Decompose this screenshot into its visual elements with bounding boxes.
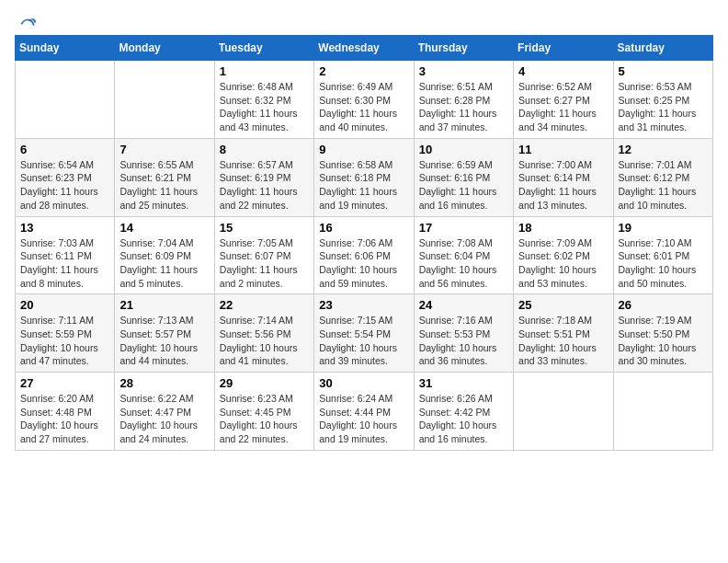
day-number: 1 — [220, 64, 309, 78]
calendar-cell: 23Sunrise: 7:15 AM Sunset: 5:54 PM Dayli… — [314, 294, 414, 373]
calendar-week-row: 6Sunrise: 6:54 AM Sunset: 6:23 PM Daylig… — [16, 138, 713, 216]
day-info: Sunrise: 7:14 AM Sunset: 5:56 PM Dayligh… — [220, 314, 309, 368]
day-info: Sunrise: 7:19 AM Sunset: 5:50 PM Dayligh… — [619, 314, 708, 368]
day-info: Sunrise: 7:08 AM Sunset: 6:04 PM Dayligh… — [419, 236, 508, 291]
day-number: 2 — [319, 64, 408, 78]
calendar-week-row: 20Sunrise: 7:11 AM Sunset: 5:59 PM Dayli… — [16, 294, 713, 373]
day-number: 24 — [419, 298, 508, 312]
calendar-cell: 26Sunrise: 7:19 AM Sunset: 5:50 PM Dayli… — [613, 294, 712, 373]
calendar-cell: 15Sunrise: 7:05 AM Sunset: 6:07 PM Dayli… — [214, 216, 313, 294]
day-info: Sunrise: 6:54 AM Sunset: 6:23 PM Dayligh… — [20, 158, 109, 213]
calendar-cell: 12Sunrise: 7:01 AM Sunset: 6:12 PM Dayli… — [613, 138, 712, 216]
calendar-cell: 10Sunrise: 6:59 AM Sunset: 6:16 PM Dayli… — [414, 138, 513, 216]
calendar-week-row: 1Sunrise: 6:48 AM Sunset: 6:32 PM Daylig… — [16, 61, 713, 139]
calendar-cell: 21Sunrise: 7:13 AM Sunset: 5:57 PM Dayli… — [115, 294, 214, 373]
day-info: Sunrise: 7:09 AM Sunset: 6:02 PM Dayligh… — [518, 236, 608, 291]
calendar-cell: 5Sunrise: 6:53 AM Sunset: 6:25 PM Daylig… — [613, 61, 712, 139]
calendar-cell: 30Sunrise: 6:24 AM Sunset: 4:44 PM Dayli… — [314, 373, 414, 451]
day-number: 26 — [619, 298, 708, 312]
day-number: 3 — [419, 64, 508, 78]
calendar-cell: 18Sunrise: 7:09 AM Sunset: 6:02 PM Dayli… — [514, 216, 613, 294]
day-info: Sunrise: 7:01 AM Sunset: 6:12 PM Dayligh… — [619, 158, 708, 213]
day-number: 17 — [419, 221, 508, 235]
day-info: Sunrise: 6:23 AM Sunset: 4:45 PM Dayligh… — [220, 392, 309, 446]
day-number: 28 — [119, 376, 209, 390]
calendar-cell — [16, 61, 115, 139]
day-info: Sunrise: 7:06 AM Sunset: 6:06 PM Dayligh… — [319, 236, 408, 291]
day-of-week-header: Thursday — [414, 36, 513, 61]
day-number: 21 — [119, 298, 209, 312]
day-number: 27 — [20, 376, 109, 390]
day-of-week-header: Tuesday — [214, 36, 313, 61]
day-number: 5 — [619, 64, 708, 78]
calendar-cell: 19Sunrise: 7:10 AM Sunset: 6:01 PM Dayli… — [613, 216, 712, 294]
calendar-cell: 8Sunrise: 6:57 AM Sunset: 6:19 PM Daylig… — [214, 138, 313, 216]
calendar-cell: 27Sunrise: 6:20 AM Sunset: 4:48 PM Dayli… — [16, 373, 115, 451]
day-info: Sunrise: 7:18 AM Sunset: 5:51 PM Dayligh… — [518, 314, 608, 368]
day-info: Sunrise: 6:22 AM Sunset: 4:47 PM Dayligh… — [119, 392, 209, 446]
day-of-week-header: Wednesday — [314, 36, 414, 61]
day-of-week-header: Sunday — [16, 36, 115, 61]
calendar-cell: 22Sunrise: 7:14 AM Sunset: 5:56 PM Dayli… — [214, 294, 313, 373]
day-number: 10 — [419, 143, 508, 156]
day-number: 14 — [119, 221, 209, 235]
day-number: 8 — [220, 143, 309, 156]
day-info: Sunrise: 6:58 AM Sunset: 6:18 PM Dayligh… — [319, 158, 408, 213]
day-info: Sunrise: 7:04 AM Sunset: 6:09 PM Dayligh… — [119, 236, 209, 291]
day-info: Sunrise: 7:11 AM Sunset: 5:59 PM Dayligh… — [20, 314, 109, 368]
day-of-week-header: Saturday — [613, 36, 712, 61]
day-info: Sunrise: 6:52 AM Sunset: 6:27 PM Dayligh… — [518, 80, 608, 134]
day-of-week-header: Friday — [514, 36, 613, 61]
day-info: Sunrise: 6:55 AM Sunset: 6:21 PM Dayligh… — [119, 158, 209, 213]
calendar-cell: 28Sunrise: 6:22 AM Sunset: 4:47 PM Dayli… — [115, 373, 214, 451]
day-number: 6 — [20, 143, 109, 156]
calendar-cell: 31Sunrise: 6:26 AM Sunset: 4:42 PM Dayli… — [414, 373, 513, 451]
calendar-cell — [613, 373, 712, 451]
day-number: 20 — [20, 298, 109, 312]
day-number: 12 — [619, 143, 708, 156]
day-number: 4 — [518, 64, 608, 78]
day-number: 15 — [220, 221, 309, 235]
day-info: Sunrise: 6:53 AM Sunset: 6:25 PM Dayligh… — [619, 80, 708, 134]
calendar-cell: 25Sunrise: 7:18 AM Sunset: 5:51 PM Dayli… — [514, 294, 613, 373]
day-of-week-header: Monday — [115, 36, 214, 61]
calendar-cell: 29Sunrise: 6:23 AM Sunset: 4:45 PM Dayli… — [214, 373, 313, 451]
day-number: 31 — [419, 376, 508, 390]
day-number: 11 — [518, 143, 608, 156]
calendar-cell — [115, 61, 214, 139]
calendar-cell: 6Sunrise: 6:54 AM Sunset: 6:23 PM Daylig… — [16, 138, 115, 216]
day-info: Sunrise: 7:05 AM Sunset: 6:07 PM Dayligh… — [220, 236, 309, 291]
calendar-cell: 24Sunrise: 7:16 AM Sunset: 5:53 PM Dayli… — [414, 294, 513, 373]
calendar-cell: 4Sunrise: 6:52 AM Sunset: 6:27 PM Daylig… — [514, 61, 613, 139]
day-number: 23 — [319, 298, 408, 312]
day-info: Sunrise: 7:13 AM Sunset: 5:57 PM Dayligh… — [119, 314, 209, 368]
day-number: 9 — [319, 143, 408, 156]
day-number: 22 — [220, 298, 309, 312]
calendar-cell: 2Sunrise: 6:49 AM Sunset: 6:30 PM Daylig… — [314, 61, 414, 139]
day-number: 30 — [319, 376, 408, 390]
day-number: 19 — [619, 221, 708, 235]
page-header — [15, 15, 713, 28]
calendar-header: SundayMondayTuesdayWednesdayThursdayFrid… — [16, 36, 713, 61]
logo-icon — [18, 15, 37, 33]
day-number: 16 — [319, 221, 408, 235]
calendar-cell: 9Sunrise: 6:58 AM Sunset: 6:18 PM Daylig… — [314, 138, 414, 216]
day-number: 13 — [20, 221, 109, 235]
day-number: 7 — [119, 143, 209, 156]
calendar-cell: 11Sunrise: 7:00 AM Sunset: 6:14 PM Dayli… — [514, 138, 613, 216]
day-info: Sunrise: 6:48 AM Sunset: 6:32 PM Dayligh… — [220, 80, 309, 134]
day-info: Sunrise: 6:51 AM Sunset: 6:28 PM Dayligh… — [419, 80, 508, 134]
day-info: Sunrise: 6:59 AM Sunset: 6:16 PM Dayligh… — [419, 158, 508, 213]
day-info: Sunrise: 6:57 AM Sunset: 6:19 PM Dayligh… — [220, 158, 309, 213]
day-info: Sunrise: 6:49 AM Sunset: 6:30 PM Dayligh… — [319, 80, 408, 134]
day-info: Sunrise: 7:03 AM Sunset: 6:11 PM Dayligh… — [20, 236, 109, 291]
calendar-cell: 13Sunrise: 7:03 AM Sunset: 6:11 PM Dayli… — [16, 216, 115, 294]
day-number: 25 — [518, 298, 608, 312]
calendar-week-row: 27Sunrise: 6:20 AM Sunset: 4:48 PM Dayli… — [16, 373, 713, 451]
day-number: 18 — [518, 221, 608, 235]
calendar-cell — [514, 373, 613, 451]
calendar-cell: 1Sunrise: 6:48 AM Sunset: 6:32 PM Daylig… — [214, 61, 313, 139]
day-info: Sunrise: 7:16 AM Sunset: 5:53 PM Dayligh… — [419, 314, 508, 368]
calendar-table: SundayMondayTuesdayWednesdayThursdayFrid… — [15, 35, 713, 451]
calendar-cell: 3Sunrise: 6:51 AM Sunset: 6:28 PM Daylig… — [414, 61, 513, 139]
